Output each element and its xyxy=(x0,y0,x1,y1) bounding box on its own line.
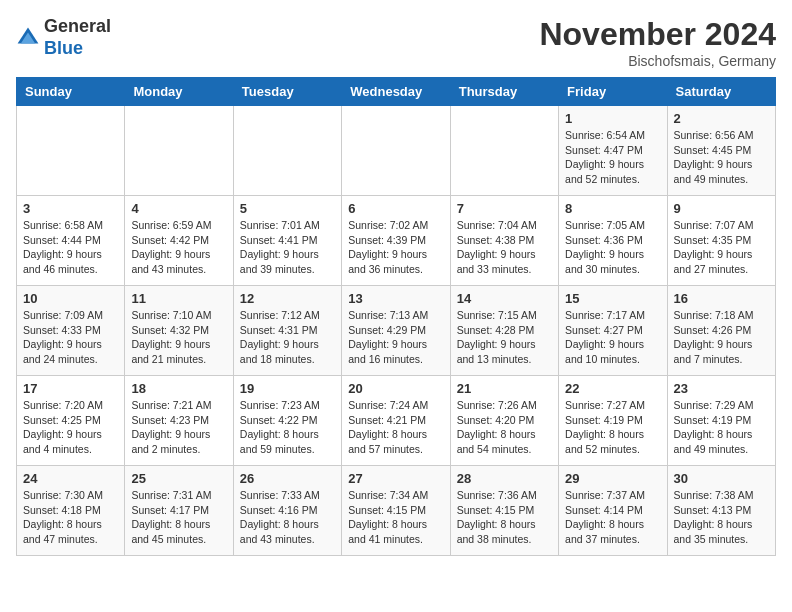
day-header-friday: Friday xyxy=(559,78,667,106)
calendar-cell: 3Sunrise: 6:58 AM Sunset: 4:44 PM Daylig… xyxy=(17,196,125,286)
day-number: 1 xyxy=(565,111,660,126)
day-info: Sunrise: 7:20 AM Sunset: 4:25 PM Dayligh… xyxy=(23,398,118,457)
day-number: 24 xyxy=(23,471,118,486)
calendar-cell: 22Sunrise: 7:27 AM Sunset: 4:19 PM Dayli… xyxy=(559,376,667,466)
day-number: 12 xyxy=(240,291,335,306)
day-info: Sunrise: 7:34 AM Sunset: 4:15 PM Dayligh… xyxy=(348,488,443,547)
day-info: Sunrise: 6:56 AM Sunset: 4:45 PM Dayligh… xyxy=(674,128,769,187)
day-info: Sunrise: 7:36 AM Sunset: 4:15 PM Dayligh… xyxy=(457,488,552,547)
calendar-week-2: 3Sunrise: 6:58 AM Sunset: 4:44 PM Daylig… xyxy=(17,196,776,286)
logo-blue-text: Blue xyxy=(44,38,111,60)
calendar-cell: 6Sunrise: 7:02 AM Sunset: 4:39 PM Daylig… xyxy=(342,196,450,286)
day-number: 30 xyxy=(674,471,769,486)
day-info: Sunrise: 7:12 AM Sunset: 4:31 PM Dayligh… xyxy=(240,308,335,367)
day-number: 3 xyxy=(23,201,118,216)
day-info: Sunrise: 7:07 AM Sunset: 4:35 PM Dayligh… xyxy=(674,218,769,277)
calendar-cell: 2Sunrise: 6:56 AM Sunset: 4:45 PM Daylig… xyxy=(667,106,775,196)
day-info: Sunrise: 7:15 AM Sunset: 4:28 PM Dayligh… xyxy=(457,308,552,367)
calendar-header-row: SundayMondayTuesdayWednesdayThursdayFrid… xyxy=(17,78,776,106)
day-info: Sunrise: 7:13 AM Sunset: 4:29 PM Dayligh… xyxy=(348,308,443,367)
calendar-cell: 26Sunrise: 7:33 AM Sunset: 4:16 PM Dayli… xyxy=(233,466,341,556)
calendar-cell xyxy=(125,106,233,196)
calendar-cell: 14Sunrise: 7:15 AM Sunset: 4:28 PM Dayli… xyxy=(450,286,558,376)
calendar-week-1: 1Sunrise: 6:54 AM Sunset: 4:47 PM Daylig… xyxy=(17,106,776,196)
day-info: Sunrise: 7:10 AM Sunset: 4:32 PM Dayligh… xyxy=(131,308,226,367)
calendar-cell: 1Sunrise: 6:54 AM Sunset: 4:47 PM Daylig… xyxy=(559,106,667,196)
calendar-cell xyxy=(342,106,450,196)
day-info: Sunrise: 6:54 AM Sunset: 4:47 PM Dayligh… xyxy=(565,128,660,187)
calendar-cell: 25Sunrise: 7:31 AM Sunset: 4:17 PM Dayli… xyxy=(125,466,233,556)
calendar-table: SundayMondayTuesdayWednesdayThursdayFrid… xyxy=(16,77,776,556)
day-number: 8 xyxy=(565,201,660,216)
day-info: Sunrise: 7:24 AM Sunset: 4:21 PM Dayligh… xyxy=(348,398,443,457)
calendar-cell: 27Sunrise: 7:34 AM Sunset: 4:15 PM Dayli… xyxy=(342,466,450,556)
month-title: November 2024 xyxy=(539,16,776,53)
day-info: Sunrise: 6:58 AM Sunset: 4:44 PM Dayligh… xyxy=(23,218,118,277)
calendar-cell xyxy=(233,106,341,196)
calendar-cell: 10Sunrise: 7:09 AM Sunset: 4:33 PM Dayli… xyxy=(17,286,125,376)
day-info: Sunrise: 7:04 AM Sunset: 4:38 PM Dayligh… xyxy=(457,218,552,277)
day-info: Sunrise: 7:29 AM Sunset: 4:19 PM Dayligh… xyxy=(674,398,769,457)
day-info: Sunrise: 7:09 AM Sunset: 4:33 PM Dayligh… xyxy=(23,308,118,367)
logo-text: General Blue xyxy=(44,16,111,59)
day-number: 19 xyxy=(240,381,335,396)
logo: General Blue xyxy=(16,16,111,59)
page-header: General Blue November 2024 Bischofsmais,… xyxy=(16,16,776,69)
calendar-cell: 15Sunrise: 7:17 AM Sunset: 4:27 PM Dayli… xyxy=(559,286,667,376)
day-info: Sunrise: 7:05 AM Sunset: 4:36 PM Dayligh… xyxy=(565,218,660,277)
day-info: Sunrise: 7:17 AM Sunset: 4:27 PM Dayligh… xyxy=(565,308,660,367)
day-number: 20 xyxy=(348,381,443,396)
calendar-week-5: 24Sunrise: 7:30 AM Sunset: 4:18 PM Dayli… xyxy=(17,466,776,556)
title-section: November 2024 Bischofsmais, Germany xyxy=(539,16,776,69)
calendar-cell: 18Sunrise: 7:21 AM Sunset: 4:23 PM Dayli… xyxy=(125,376,233,466)
day-number: 5 xyxy=(240,201,335,216)
day-info: Sunrise: 6:59 AM Sunset: 4:42 PM Dayligh… xyxy=(131,218,226,277)
day-number: 17 xyxy=(23,381,118,396)
calendar-cell: 8Sunrise: 7:05 AM Sunset: 4:36 PM Daylig… xyxy=(559,196,667,286)
calendar-cell: 7Sunrise: 7:04 AM Sunset: 4:38 PM Daylig… xyxy=(450,196,558,286)
calendar-cell: 28Sunrise: 7:36 AM Sunset: 4:15 PM Dayli… xyxy=(450,466,558,556)
calendar-cell: 4Sunrise: 6:59 AM Sunset: 4:42 PM Daylig… xyxy=(125,196,233,286)
day-header-wednesday: Wednesday xyxy=(342,78,450,106)
calendar-cell: 21Sunrise: 7:26 AM Sunset: 4:20 PM Dayli… xyxy=(450,376,558,466)
day-number: 9 xyxy=(674,201,769,216)
day-info: Sunrise: 7:30 AM Sunset: 4:18 PM Dayligh… xyxy=(23,488,118,547)
day-number: 15 xyxy=(565,291,660,306)
calendar-cell: 24Sunrise: 7:30 AM Sunset: 4:18 PM Dayli… xyxy=(17,466,125,556)
calendar-cell: 12Sunrise: 7:12 AM Sunset: 4:31 PM Dayli… xyxy=(233,286,341,376)
day-number: 10 xyxy=(23,291,118,306)
day-number: 13 xyxy=(348,291,443,306)
day-number: 28 xyxy=(457,471,552,486)
calendar-cell: 11Sunrise: 7:10 AM Sunset: 4:32 PM Dayli… xyxy=(125,286,233,376)
day-number: 4 xyxy=(131,201,226,216)
day-number: 21 xyxy=(457,381,552,396)
day-info: Sunrise: 7:27 AM Sunset: 4:19 PM Dayligh… xyxy=(565,398,660,457)
calendar-cell: 9Sunrise: 7:07 AM Sunset: 4:35 PM Daylig… xyxy=(667,196,775,286)
day-info: Sunrise: 7:37 AM Sunset: 4:14 PM Dayligh… xyxy=(565,488,660,547)
calendar-week-3: 10Sunrise: 7:09 AM Sunset: 4:33 PM Dayli… xyxy=(17,286,776,376)
day-number: 23 xyxy=(674,381,769,396)
day-info: Sunrise: 7:01 AM Sunset: 4:41 PM Dayligh… xyxy=(240,218,335,277)
calendar-cell: 13Sunrise: 7:13 AM Sunset: 4:29 PM Dayli… xyxy=(342,286,450,376)
day-header-monday: Monday xyxy=(125,78,233,106)
day-number: 14 xyxy=(457,291,552,306)
day-info: Sunrise: 7:02 AM Sunset: 4:39 PM Dayligh… xyxy=(348,218,443,277)
day-number: 27 xyxy=(348,471,443,486)
calendar-cell: 29Sunrise: 7:37 AM Sunset: 4:14 PM Dayli… xyxy=(559,466,667,556)
logo-general-text: General xyxy=(44,16,111,38)
calendar-cell: 20Sunrise: 7:24 AM Sunset: 4:21 PM Dayli… xyxy=(342,376,450,466)
day-number: 7 xyxy=(457,201,552,216)
day-info: Sunrise: 7:38 AM Sunset: 4:13 PM Dayligh… xyxy=(674,488,769,547)
logo-icon xyxy=(16,26,40,50)
day-info: Sunrise: 7:33 AM Sunset: 4:16 PM Dayligh… xyxy=(240,488,335,547)
day-header-tuesday: Tuesday xyxy=(233,78,341,106)
calendar-cell: 19Sunrise: 7:23 AM Sunset: 4:22 PM Dayli… xyxy=(233,376,341,466)
location-subtitle: Bischofsmais, Germany xyxy=(539,53,776,69)
day-number: 6 xyxy=(348,201,443,216)
calendar-cell: 5Sunrise: 7:01 AM Sunset: 4:41 PM Daylig… xyxy=(233,196,341,286)
day-info: Sunrise: 7:18 AM Sunset: 4:26 PM Dayligh… xyxy=(674,308,769,367)
calendar-cell: 16Sunrise: 7:18 AM Sunset: 4:26 PM Dayli… xyxy=(667,286,775,376)
day-number: 18 xyxy=(131,381,226,396)
day-number: 26 xyxy=(240,471,335,486)
calendar-cell: 23Sunrise: 7:29 AM Sunset: 4:19 PM Dayli… xyxy=(667,376,775,466)
